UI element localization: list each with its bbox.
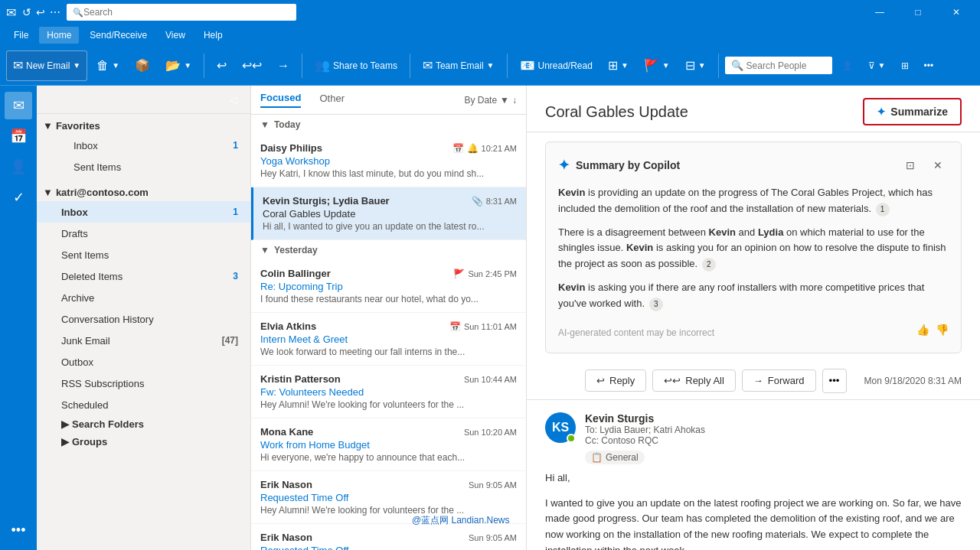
sidebar-search-folders[interactable]: ▶ Search Folders <box>37 415 250 433</box>
action-buttons-group: ↩ Reply ↩↩ Reply All → Forward ••• <box>585 369 847 393</box>
email-list: ▼ Today Daisy Philips 📅 🔔 10:21 AM Yoga … <box>251 115 526 550</box>
copilot-sparkle-icon: ✦ <box>558 157 570 174</box>
menu-help[interactable]: Help <box>196 27 230 44</box>
share-to-teams-button[interactable]: 👥 Share to Teams <box>309 50 403 81</box>
sidebar-item-outbox[interactable]: Outbox <box>37 351 250 373</box>
email-item-elvia[interactable]: Elvia Atkins 📅 Sun 11:01 AM Intern Meet … <box>251 313 526 366</box>
sidebar-item-drafts[interactable]: Drafts <box>37 223 250 244</box>
sidebar-item-conversation-history[interactable]: Conversation History <box>37 308 250 330</box>
filter-button[interactable]: ⊽ ▼ <box>862 50 892 81</box>
sidebar-item-sent-favorites[interactable]: Sent Items <box>37 156 250 177</box>
thumbs-up-button[interactable]: 👍 <box>916 324 929 336</box>
reply-all-button[interactable]: ↩↩ Reply All <box>652 369 736 392</box>
sidebar-item-sent[interactable]: Sent Items <box>37 244 250 265</box>
sidebar-collapse-button[interactable]: ◁ <box>223 89 244 110</box>
delete-dropdown-icon: ▼ <box>112 61 119 70</box>
menu-view[interactable]: View <box>158 27 193 44</box>
email-item-kevin[interactable]: Kevin Sturgis; Lydia Bauer 📎 8:31 AM Cor… <box>251 187 526 240</box>
sidebar-item-inbox[interactable]: Inbox 1 <box>37 201 250 223</box>
sidebar-item-archive[interactable]: Archive <box>37 287 250 308</box>
copilot-panel: ✦ Summary by Copilot ⊡ ✕ Kevin is provid… <box>545 142 962 353</box>
more-toolbar-button[interactable]: ••• <box>918 50 940 81</box>
nav-more-icon[interactable]: ••• <box>5 516 32 544</box>
sidebar-item-rss[interactable]: RSS Subscriptions <box>37 373 250 394</box>
email-item-daisy[interactable]: Daisy Philips 📅 🔔 10:21 AM Yoga Workshop… <box>251 135 526 187</box>
delete-button[interactable]: 🗑 ▼ <box>90 50 126 81</box>
categories-icon: ⊞ <box>608 58 618 73</box>
copilot-close-button[interactable]: ✕ <box>927 155 949 176</box>
nav-calendar-icon[interactable]: 📅 <box>5 122 32 150</box>
flag-red-icon: 🚩 <box>453 268 465 279</box>
reply-back-button[interactable]: ↩ <box>211 50 233 81</box>
sidebar-item-deleted[interactable]: Deleted Items 3 <box>37 265 250 287</box>
email-item-mona[interactable]: Mona Kane Sun 10:20 AM Work from Home Bu… <box>251 418 526 471</box>
redo-icon[interactable]: ⋯ <box>50 6 60 18</box>
team-email-dropdown-icon: ▼ <box>487 61 495 70</box>
menu-file[interactable]: File <box>6 27 36 44</box>
new-email-button[interactable]: ✉ New Email ▼ <box>6 50 87 81</box>
tab-focused[interactable]: Focused <box>260 92 301 108</box>
separator-4 <box>507 54 508 78</box>
sidebar-item-inbox-favorites[interactable]: Inbox 1 <box>37 135 250 156</box>
view-grid-button[interactable]: ⊞ <box>895 50 915 81</box>
favorites-section: ▼ Favorites Inbox 1 Sent Items <box>37 114 250 181</box>
search-people-input[interactable] <box>746 60 826 71</box>
team-email-button[interactable]: ✉ Team Email ▼ <box>416 50 501 81</box>
flag-button[interactable]: 🚩 ▼ <box>638 50 676 81</box>
sidebar-item-scheduled[interactable]: Scheduled <box>37 394 250 415</box>
more-actions-button[interactable]: ••• <box>822 369 847 393</box>
reply-all-back-button[interactable]: ↩↩ <box>236 50 268 81</box>
reading-pane-icon: ⊟ <box>685 58 695 73</box>
email-item-kristin[interactable]: Kristin Patterson Sun 10:44 AM Fw: Volun… <box>251 366 526 418</box>
email-item-colin[interactable]: Colin Ballinger 🚩 Sun 2:45 PM Re: Upcomi… <box>251 260 526 313</box>
nav-tasks-icon[interactable]: ✓ <box>5 184 32 211</box>
search-people-container: 🔍 <box>725 57 832 74</box>
forward-toolbar-button[interactable]: → <box>271 50 296 81</box>
refresh-icon[interactable]: ↺ <box>22 6 31 18</box>
reply-all-back-icon: ↩↩ <box>242 58 262 73</box>
title-search-input[interactable] <box>83 7 290 18</box>
sidebar-groups[interactable]: ▶ Groups <box>37 433 250 451</box>
view-grid-icon: ⊞ <box>901 60 909 71</box>
email-group-today[interactable]: ▼ Today <box>251 115 526 135</box>
favorites-header[interactable]: ▼ Favorites <box>37 117 250 135</box>
close-button[interactable]: ✕ <box>939 0 974 24</box>
account-header[interactable]: ▼ katri@contoso.com <box>37 184 250 201</box>
yesterday-chevron-icon: ▼ <box>260 245 270 255</box>
summarize-button[interactable]: ✦ Summarize <box>863 98 962 125</box>
calendar2-icon: 📅 <box>449 321 461 332</box>
unread-read-icon: 📧 <box>520 58 535 73</box>
email-body-greeting: Hi all, <box>545 470 962 487</box>
title-search-box[interactable]: 🔍 <box>67 4 296 21</box>
menu-send-receive[interactable]: Send/Receive <box>82 27 155 44</box>
email-icons-elvia: 📅 Sun 11:01 AM <box>449 321 517 332</box>
reading-pane-button[interactable]: ⊟ ▼ <box>679 50 712 81</box>
nav-people-icon[interactable]: 👤 <box>5 153 32 181</box>
reply-back-icon: ↩ <box>217 58 227 73</box>
unread-read-button[interactable]: 📧 Unread/Read <box>514 50 599 81</box>
nav-mail-icon[interactable]: ✉ <box>5 92 32 119</box>
archive-button[interactable]: 📦 <box>129 50 156 81</box>
categories-dropdown-icon: ▼ <box>621 61 629 70</box>
minimize-button[interactable]: — <box>862 0 897 24</box>
undo-icon[interactable]: ↩ <box>36 6 45 18</box>
copilot-expand-button[interactable]: ⊡ <box>900 155 921 176</box>
categories-button[interactable]: ⊞ ▼ <box>602 50 635 81</box>
email-item-erik-2[interactable]: Erik Nason Sun 9:05 AM Requested Time Of… <box>251 524 526 550</box>
person-card-button[interactable]: 👤 <box>835 50 859 81</box>
sort-direction-icon: ↓ <box>512 95 517 106</box>
maximize-button[interactable]: □ <box>900 0 936 24</box>
menu-home[interactable]: Home <box>39 27 79 44</box>
window-controls: — □ ✕ <box>862 0 974 24</box>
email-list-header: Focused Other By Date ▼ ↓ <box>251 86 526 115</box>
more-actions-icon: ••• <box>829 375 840 386</box>
move-button[interactable]: 📂 ▼ <box>159 50 198 81</box>
forward-button[interactable]: → Forward <box>742 369 816 392</box>
thumbs-down-button[interactable]: 👎 <box>936 324 949 336</box>
sidebar-item-junk[interactable]: Junk Email [47] <box>37 330 250 351</box>
tab-other[interactable]: Other <box>319 93 345 107</box>
search-folders-chevron-icon: ▶ <box>61 418 69 430</box>
email-group-yesterday[interactable]: ▼ Yesterday <box>251 240 526 260</box>
reply-button[interactable]: ↩ Reply <box>585 369 646 392</box>
sort-control[interactable]: By Date ▼ ↓ <box>464 95 517 106</box>
